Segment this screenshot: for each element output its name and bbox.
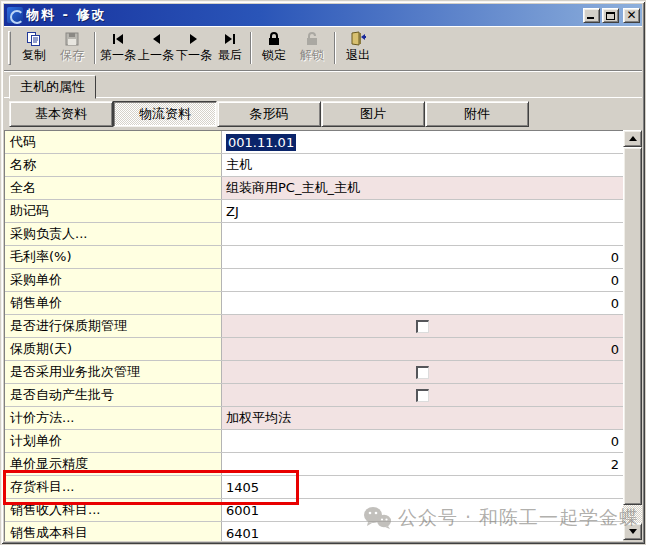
field-label: 名称 — [5, 154, 222, 176]
field-value[interactable]: 主机 — [222, 154, 623, 176]
field-value[interactable] — [222, 223, 623, 245]
selected-value-text: 001.11.01 — [226, 134, 296, 151]
subtab-bar: 基本资料物流资料条形码图片附件 — [9, 101, 529, 127]
minimize-icon — [587, 17, 594, 19]
field-value[interactable]: 0 — [222, 338, 623, 360]
field-label: 助记码 — [5, 200, 222, 222]
table-row: 助记码ZJ — [5, 200, 623, 223]
subtab-0[interactable]: 基本资料 — [9, 101, 113, 127]
table-row: 是否采用业务批次管理 — [5, 361, 623, 384]
field-label: 存货科目... — [5, 476, 222, 498]
copy-icon — [26, 30, 42, 47]
subtab-3[interactable]: 图片 — [321, 101, 425, 127]
close-icon: ✕ — [624, 8, 639, 23]
field-label: 是否自动产生批号 — [5, 384, 222, 406]
property-tab-label: 主机的属性 — [20, 78, 85, 96]
maximize-icon — [606, 12, 615, 20]
first-record-icon — [111, 30, 125, 47]
field-label: 毛利率(%) — [5, 246, 222, 268]
field-label: 是否采用业务批次管理 — [5, 361, 222, 383]
table-row: 是否自动产生批号 — [5, 384, 623, 407]
field-value[interactable]: 0 — [222, 269, 623, 291]
scroll-down-button[interactable] — [623, 523, 642, 540]
field-label: 采购单价 — [5, 269, 222, 291]
unlock-button[interactable]: 解锁 — [293, 28, 331, 68]
toolbar-grip[interactable] — [8, 31, 11, 65]
table-row: 保质期(天)0 — [5, 338, 623, 361]
first-record-label: 第一条 — [100, 47, 136, 63]
field-value[interactable] — [222, 315, 623, 337]
exit-button[interactable]: 退出 — [339, 28, 377, 68]
field-value[interactable]: 1405 — [222, 476, 623, 498]
table-row: 代码001.11.01 — [5, 131, 623, 154]
field-label: 全名 — [5, 177, 222, 199]
toolbar-separator — [250, 32, 252, 64]
property-tab-strip: 主机的属性 — [4, 73, 642, 99]
unlock-icon — [305, 30, 319, 47]
next-record-label: 下一条 — [176, 47, 212, 63]
last-record-button[interactable]: 最后 — [213, 28, 247, 68]
copy-label: 复制 — [22, 47, 46, 63]
title-bar: 物料 - 修改 ✕ — [4, 4, 642, 26]
subtab-2[interactable]: 条形码 — [217, 101, 321, 127]
close-button[interactable]: ✕ — [623, 8, 640, 23]
field-label: 单价显示精度 — [5, 453, 222, 475]
previous-record-button[interactable]: 上一条 — [137, 28, 175, 68]
copy-button[interactable]: 复制 — [15, 28, 53, 68]
unlock-label: 解锁 — [300, 47, 324, 63]
vertical-scrollbar[interactable] — [623, 130, 642, 540]
table-row: 名称主机 — [5, 154, 623, 177]
field-value[interactable]: 组装商用PC_主机_主机 — [222, 177, 623, 199]
table-row: 采购单价0 — [5, 269, 623, 292]
field-grid: 代码001.11.01名称主机全名组装商用PC_主机_主机助记码ZJ采购负责人.… — [4, 130, 623, 541]
scrollbar-thumb[interactable] — [623, 147, 642, 505]
field-label: 销售成本科目 — [5, 522, 222, 541]
field-label: 采购负责人... — [5, 223, 222, 245]
field-label: 代码 — [5, 131, 222, 153]
table-row: 是否进行保质期管理 — [5, 315, 623, 338]
save-icon — [64, 30, 80, 47]
table-row: 采购负责人... — [5, 223, 623, 246]
toolbar-separator — [334, 32, 336, 64]
field-value[interactable]: 6001 — [222, 499, 623, 521]
exit-icon — [350, 30, 366, 47]
field-value[interactable]: 001.11.01 — [222, 131, 623, 153]
tab-host-properties[interactable]: 主机的属性 — [9, 75, 96, 99]
table-row: 毛利率(%)0 — [5, 246, 623, 269]
checkbox[interactable] — [416, 389, 429, 402]
checkbox[interactable] — [416, 320, 429, 333]
field-value[interactable]: 6401 — [222, 522, 623, 541]
field-value[interactable]: 0 — [222, 430, 623, 452]
table-row: 计价方法...加权平均法 — [5, 407, 623, 430]
field-value[interactable]: 0 — [222, 246, 623, 268]
field-value[interactable] — [222, 361, 623, 383]
field-value[interactable] — [222, 384, 623, 406]
next-record-button[interactable]: 下一条 — [175, 28, 213, 68]
first-record-button[interactable]: 第一条 — [99, 28, 137, 68]
minimize-button[interactable] — [583, 8, 600, 23]
window-title: 物料 - 修改 — [26, 6, 583, 24]
toolbar: 复制 保存 第一条 上一条 — [4, 26, 642, 71]
table-row: 销售成本科目6401 — [5, 522, 623, 541]
lock-icon — [267, 30, 281, 47]
field-label: 是否进行保质期管理 — [5, 315, 222, 337]
field-value[interactable]: 加权平均法 — [222, 407, 623, 429]
save-button[interactable]: 保存 — [53, 28, 91, 68]
checkbox[interactable] — [416, 366, 429, 379]
subtab-1[interactable]: 物流资料 — [113, 101, 217, 127]
field-value[interactable]: ZJ — [222, 200, 623, 222]
field-label: 保质期(天) — [5, 338, 222, 360]
table-row: 计划单价0 — [5, 430, 623, 453]
last-record-icon — [223, 30, 237, 47]
table-row: 销售单价0 — [5, 292, 623, 315]
maximize-button[interactable] — [602, 8, 619, 23]
next-record-icon — [188, 30, 200, 47]
subtab-4[interactable]: 附件 — [425, 101, 529, 127]
scroll-up-button[interactable] — [623, 130, 642, 147]
table-row: 存货科目...1405 — [5, 476, 623, 499]
field-value[interactable]: 0 — [222, 292, 623, 314]
previous-record-icon — [150, 30, 162, 47]
lock-label: 锁定 — [262, 47, 286, 63]
field-value[interactable]: 2 — [222, 453, 623, 475]
lock-button[interactable]: 锁定 — [255, 28, 293, 68]
